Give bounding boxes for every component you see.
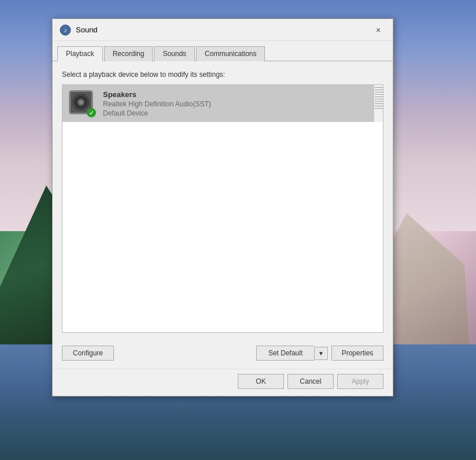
device-driver: Realtek High Definition Audio(SST) <box>103 100 377 108</box>
tab-communications[interactable]: Communications <box>196 46 265 61</box>
configure-button[interactable]: Configure <box>62 346 114 361</box>
apply-button[interactable]: Apply <box>337 374 383 389</box>
action-row: OK Cancel Apply <box>53 369 393 396</box>
tab-sounds[interactable]: Sounds <box>154 46 195 61</box>
svg-text:♪: ♪ <box>64 27 67 34</box>
scrollbar-track <box>374 85 383 122</box>
tab-playback[interactable]: Playback <box>57 46 103 61</box>
default-check-badge: ✓ <box>87 108 96 117</box>
device-list: ✓ Speakers Realtek High Definition Audio… <box>62 84 383 333</box>
cancel-button[interactable]: Cancel <box>287 374 334 389</box>
close-button[interactable]: × <box>371 23 386 38</box>
properties-button[interactable]: Properties <box>331 346 383 361</box>
scrollbar[interactable] <box>374 85 383 122</box>
scrollbar-thumb <box>375 87 383 110</box>
set-default-button[interactable]: Set Default <box>256 346 314 361</box>
sound-icon: ♪ <box>60 24 71 36</box>
set-default-arrow-button[interactable]: ▼ <box>314 347 328 360</box>
device-status: Default Device <box>103 109 377 117</box>
bottom-buttons: Configure Set Default ▼ Properties <box>53 340 393 369</box>
set-default-group: Set Default ▼ <box>256 346 328 361</box>
device-icon-wrapper: ✓ <box>68 90 96 117</box>
device-info: Speakers Realtek High Definition Audio(S… <box>103 90 377 117</box>
device-name: Speakers <box>103 90 377 99</box>
tabs-container: Playback Recording Sounds Communications <box>53 41 393 61</box>
device-item-speakers[interactable]: ✓ Speakers Realtek High Definition Audio… <box>62 85 383 122</box>
instruction-text: Select a playback device below to modify… <box>62 71 383 79</box>
tab-recording[interactable]: Recording <box>104 46 153 61</box>
tab-content: Select a playback device below to modify… <box>53 61 393 340</box>
title-bar: ♪ Sound × <box>53 19 393 41</box>
dialog-title: Sound <box>76 25 371 34</box>
ok-button[interactable]: OK <box>238 374 284 389</box>
svg-point-7 <box>79 101 83 104</box>
sound-dialog: ♪ Sound × Playback Recording Sounds Comm… <box>52 18 393 396</box>
